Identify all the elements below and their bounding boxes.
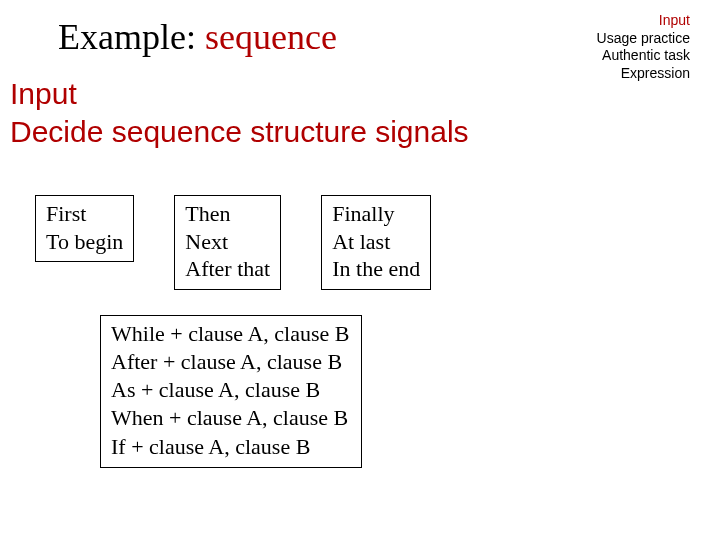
clause-box: While + clause A, clause B After + claus…: [100, 315, 362, 468]
slide: Example: sequence Input Usage practice A…: [0, 0, 720, 540]
section-line-1: Input: [10, 75, 469, 113]
clause-l2: After + clause A, clause B: [111, 348, 349, 376]
box1-l2: To begin: [46, 228, 123, 256]
tr-input: Input: [597, 12, 690, 30]
clause-l3: As + clause A, clause B: [111, 376, 349, 404]
tr-authentic-task: Authentic task: [597, 47, 690, 65]
box2-l3: After that: [185, 255, 270, 283]
tr-expression: Expression: [597, 65, 690, 83]
clause-l5: If + clause A, clause B: [111, 433, 349, 461]
tr-usage-practice: Usage practice: [597, 30, 690, 48]
section-heading: Input Decide sequence structure signals: [10, 75, 469, 150]
box2-l1: Then: [185, 200, 270, 228]
box3-l3: In the end: [332, 255, 420, 283]
signal-box-row: First To begin Then Next After that Fina…: [35, 195, 431, 290]
title-highlight: sequence: [205, 17, 337, 57]
clause-l1: While + clause A, clause B: [111, 320, 349, 348]
box3-l2: At last: [332, 228, 420, 256]
section-line-2: Decide sequence structure signals: [10, 113, 469, 151]
box3-l1: Finally: [332, 200, 420, 228]
clause-l4: When + clause A, clause B: [111, 404, 349, 432]
box1-l1: First: [46, 200, 123, 228]
top-right-list: Input Usage practice Authentic task Expr…: [597, 12, 690, 82]
signal-box-begin: First To begin: [35, 195, 134, 262]
slide-title: Example: sequence: [58, 18, 337, 58]
title-prefix: Example:: [58, 17, 205, 57]
signal-box-end: Finally At last In the end: [321, 195, 431, 290]
box2-l2: Next: [185, 228, 270, 256]
signal-box-middle: Then Next After that: [174, 195, 281, 290]
